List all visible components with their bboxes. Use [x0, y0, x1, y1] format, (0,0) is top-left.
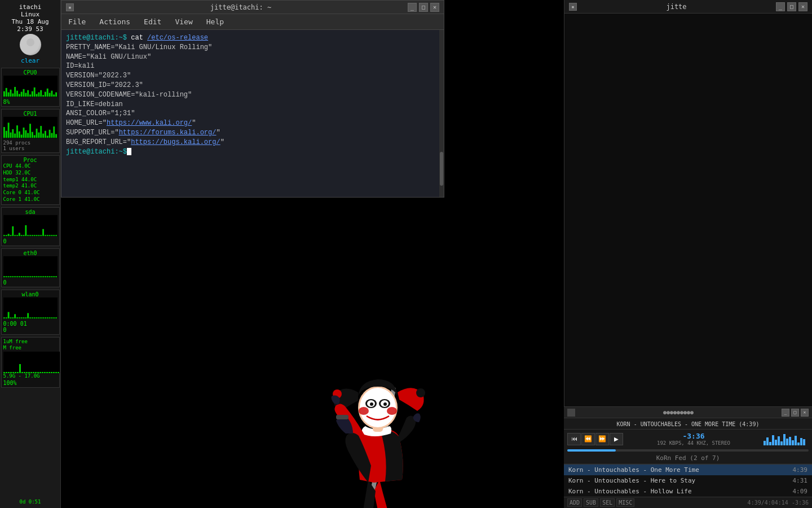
svg-rect-121	[48, 317, 50, 318]
terminal-titlebar: ▪ jitte@itachi: ~ _ □ ✕	[61, 1, 444, 14]
svg-rect-47	[51, 133, 52, 138]
misc-button[interactable]: MISC	[616, 498, 634, 507]
cmd-1: cat /etc/os-release	[127, 34, 208, 42]
terminal-scrollbar[interactable]	[439, 30, 444, 197]
player-maximize-btn[interactable]: □	[791, 409, 799, 417]
right-titlebar: ▪ jitte _ □ ✕	[564, 0, 812, 14]
svg-rect-23	[53, 95, 55, 97]
svg-rect-82	[18, 276, 20, 277]
cpu1-graph	[3, 117, 58, 138]
eq-bar-14	[800, 438, 802, 445]
progress-bar-area[interactable]	[564, 448, 812, 453]
svg-rect-96	[48, 276, 50, 277]
svg-rect-55	[14, 235, 16, 236]
track-name-bar: KORN - UNTOUCHABLES - ONE MORE TIME (4:3…	[564, 418, 812, 430]
menu-file[interactable]: File	[66, 16, 88, 27]
terminal-body[interactable]: jitte@itachi:~$ cat /etc/os-release PRET…	[61, 30, 444, 197]
svg-rect-71	[48, 235, 50, 236]
eq-bar-4	[772, 435, 774, 445]
right-close-button[interactable]: ✕	[798, 2, 807, 11]
svg-rect-107	[18, 317, 20, 318]
sub-button[interactable]: SUB	[584, 498, 598, 507]
svg-rect-144	[46, 372, 48, 373]
svg-point-171	[416, 388, 425, 397]
harley-quinn-illustration	[270, 356, 512, 508]
day-name: Thu	[11, 18, 23, 25]
playlist-item-1-name: Korn - Untouchables - One More Time	[568, 466, 788, 474]
svg-rect-21	[48, 93, 50, 97]
svg-rect-147	[53, 372, 55, 373]
right-maximize-button[interactable]: □	[787, 2, 796, 11]
svg-rect-72	[51, 235, 52, 236]
svg-rect-18	[42, 95, 44, 97]
svg-rect-60	[25, 225, 27, 236]
add-button[interactable]: ADD	[567, 498, 582, 507]
bug-url-link[interactable]: https://bugs.kali.org/	[131, 138, 220, 146]
svg-rect-49	[55, 134, 57, 138]
svg-rect-1	[5, 88, 7, 97]
eq-bar-11	[792, 440, 794, 445]
wlan0-val1: 0:00 01	[3, 321, 58, 327]
terminal-close-button[interactable]: ✕	[430, 3, 439, 12]
svg-rect-14	[33, 87, 35, 97]
temp-temp1: temp1 44.0C	[3, 177, 58, 183]
mem-m-label: M free	[3, 345, 58, 352]
svg-rect-105	[14, 314, 16, 318]
svg-rect-46	[48, 130, 50, 138]
date-display: Thu 18 Aug	[11, 18, 48, 25]
cpu0-graph-block: CPU0 8%	[1, 68, 60, 107]
svg-rect-117	[40, 317, 42, 318]
svg-rect-100	[3, 317, 5, 318]
clock-sec: 53	[36, 25, 43, 33]
cpu1-graph-block: CPU1 294 pr	[1, 109, 60, 153]
disk-val: 0	[3, 238, 58, 244]
play-button[interactable]: ▶	[610, 433, 623, 445]
eq-bar-13	[797, 443, 800, 445]
menu-actions[interactable]: Actions	[97, 16, 133, 27]
playlist-item-3[interactable]: Korn - Untouchables - Hollow Life 4:09	[564, 486, 812, 497]
scrollbar-thumb[interactable]	[440, 152, 443, 186]
menu-view[interactable]: View	[173, 16, 195, 27]
prev-button[interactable]: ⏪	[581, 433, 595, 445]
system-monitor-sidebar: itachi Linux Thu 18 Aug 2:39 53 clear CP…	[0, 0, 61, 508]
playlist-item-2-name: Korn - Untouchables - Here to Stay	[568, 477, 788, 484]
svg-rect-86	[27, 276, 29, 277]
playlist-item-1[interactable]: Korn - Untouchables - One More Time 4:39	[564, 465, 812, 475]
svg-rect-26	[5, 131, 7, 138]
os-release-link[interactable]: /etc/os-release	[147, 34, 208, 42]
svg-rect-33	[20, 135, 22, 138]
menu-edit[interactable]: Edit	[142, 16, 164, 27]
temp-cpu: CPU 44.0C	[3, 163, 58, 170]
disk-label: sda	[3, 209, 58, 215]
prev-prev-button[interactable]: ⏮	[567, 433, 581, 445]
player-minimize-btn[interactable]: _	[782, 409, 789, 417]
svg-rect-149	[58, 372, 59, 373]
svg-rect-59	[23, 235, 24, 236]
support-url-link[interactable]: https://forums.kali.org/	[119, 129, 217, 137]
svg-rect-29	[12, 129, 14, 138]
progress-track[interactable]	[567, 449, 809, 452]
cpu0-percent: 8%	[3, 99, 58, 105]
menu-help[interactable]: Help	[204, 16, 226, 27]
prompt-2: jitte@itachi:~$	[66, 148, 127, 156]
next-button[interactable]: ⏩	[595, 433, 609, 445]
terminal-maximize-button[interactable]: □	[419, 3, 428, 12]
svg-rect-22	[51, 91, 52, 97]
terminal-line-1: jitte@itachi:~$ cat /etc/os-release	[66, 33, 439, 43]
sel-button[interactable]: SEL	[600, 498, 615, 507]
svg-rect-120	[46, 317, 48, 318]
svg-rect-27	[7, 123, 9, 138]
svg-rect-84	[23, 276, 24, 277]
terminal-minimize-button[interactable]: _	[408, 3, 417, 12]
svg-rect-85	[25, 276, 27, 277]
home-url-link[interactable]: https://www.kali.org/	[107, 119, 192, 127]
clear-button[interactable]: clear	[21, 56, 39, 65]
svg-rect-87	[29, 276, 31, 277]
player-close-btn[interactable]: ✕	[801, 409, 809, 417]
player-footer: ADD SUB SEL MISC 4:39/4:04:14 -3:36	[564, 497, 812, 508]
svg-rect-61	[27, 235, 29, 236]
svg-rect-44	[44, 131, 46, 138]
svg-rect-146	[51, 372, 52, 373]
playlist-item-2[interactable]: Korn - Untouchables - Here to Stay 4:31	[564, 475, 812, 486]
right-minimize-button[interactable]: _	[776, 2, 785, 11]
